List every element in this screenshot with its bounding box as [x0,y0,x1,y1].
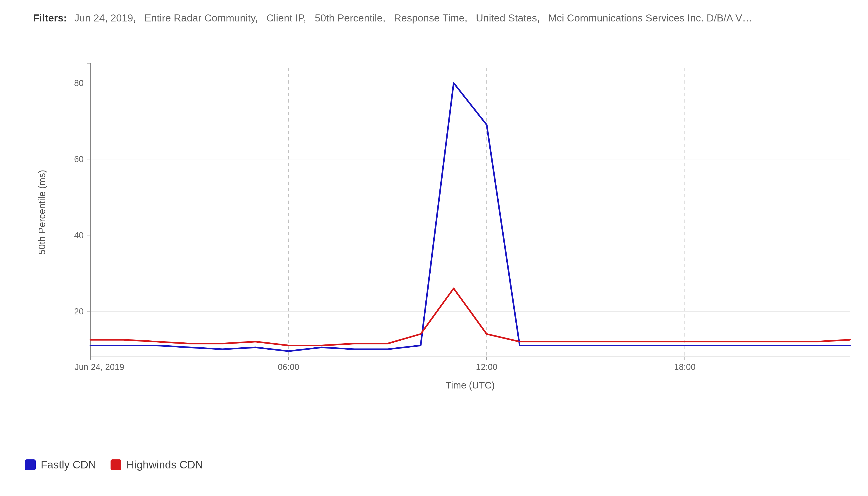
filter-chip[interactable]: Entire Radar Community [145,12,255,24]
filter-chip[interactable]: Response Time [394,12,465,24]
filter-chip[interactable]: Jun 24, 2019 [74,12,133,24]
x-tick-label: Jun 24, 2019 [75,362,124,372]
y-tick-label: 80 [74,78,84,88]
chart-svg: 20406080Jun 24, 201906:0012:0018:00Time … [18,59,854,393]
x-tick-label: 18:00 [674,362,695,372]
chart[interactable]: 20406080Jun 24, 201906:0012:0018:00Time … [18,59,854,393]
x-tick-label: 06:00 [278,362,299,372]
legend-swatch [25,460,36,470]
filter-chip[interactable]: 50th Percentile [315,12,383,24]
legend-label: Highwinds CDN [126,459,203,471]
legend-item[interactable]: Fastly CDN [25,459,96,471]
filter-chip[interactable]: Client IP [266,12,303,24]
y-tick-label: 20 [74,307,84,316]
legend-item[interactable]: Highwinds CDN [110,459,203,471]
y-tick-label: 40 [74,231,84,240]
filters-label: Filters: [33,12,67,24]
filters-bar: Filters: Jun 24, 2019, Entire Radar Comm… [33,12,850,24]
y-tick-label: 60 [74,155,84,164]
legend-label: Fastly CDN [41,459,96,471]
series-line [90,289,850,345]
x-tick-label: 12:00 [476,362,497,372]
x-axis-title: Time (UTC) [446,380,495,390]
filter-chip[interactable]: Mci Communications Services Inc. D/B/A V… [548,12,752,24]
legend-swatch [110,460,121,470]
legend: Fastly CDN Highwinds CDN [25,459,203,471]
filter-chip[interactable]: United States [476,12,537,24]
y-axis-title: 50th Percentile (ms) [36,170,47,255]
